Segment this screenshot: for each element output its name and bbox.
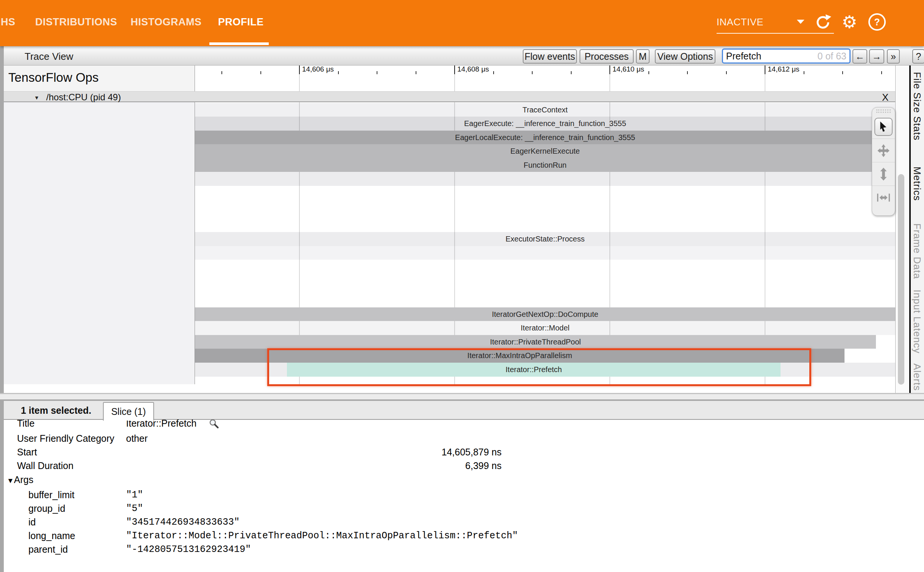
major-tick: 14,610 μs bbox=[609, 65, 610, 74]
arg-value: "1" bbox=[126, 489, 143, 500]
help-glyph: ? bbox=[874, 17, 880, 28]
scrollbar-thumb[interactable] bbox=[898, 174, 904, 385]
minor-tick bbox=[532, 71, 533, 74]
process-header-row[interactable]: ▼ /host:CPU (pid 49) X bbox=[4, 91, 895, 102]
span-eager-kernel-execute[interactable]: EagerKernelExecute bbox=[195, 144, 895, 158]
more-button[interactable]: » bbox=[887, 49, 900, 64]
span-iterator-get-next[interactable]: IteratorGetNextOp::DoCompute bbox=[195, 307, 895, 321]
sidebar-divider bbox=[909, 59, 911, 394]
field-label: Title bbox=[17, 418, 34, 429]
major-tick: 14,608 μs bbox=[454, 65, 455, 74]
trace-view-title: Trace View bbox=[25, 48, 73, 65]
flow-events-button[interactable]: Flow events bbox=[523, 49, 577, 64]
collapse-caret-icon: ▼ bbox=[7, 477, 14, 485]
help-icon[interactable]: ? bbox=[868, 13, 886, 31]
collapse-caret-icon[interactable]: ▼ bbox=[34, 95, 39, 101]
field-label: User Friendly Category bbox=[17, 433, 114, 444]
arg-key: long_name bbox=[28, 530, 75, 541]
m-button[interactable]: M bbox=[636, 49, 650, 64]
minor-tick bbox=[338, 71, 339, 74]
field-value: 14,605,879 ns bbox=[126, 447, 502, 458]
magnifier-icon[interactable] bbox=[209, 419, 219, 430]
tab-distributions[interactable]: DISTRIBUTIONS bbox=[35, 14, 117, 30]
vertical-arrow-icon bbox=[879, 168, 888, 181]
selection-highlight-box bbox=[267, 348, 811, 386]
active-tab-underline bbox=[209, 42, 269, 45]
arg-key: parent_id bbox=[28, 544, 68, 555]
minor-tick bbox=[416, 71, 416, 74]
tab-histograms[interactable]: HISTOGRAMS bbox=[131, 14, 202, 30]
span-function-run[interactable]: FunctionRun bbox=[195, 158, 895, 172]
sidebar-tab-input-latency[interactable]: Input Latency bbox=[911, 290, 923, 354]
sidebar-tab-file-size-stats[interactable]: File Size Stats bbox=[911, 72, 923, 140]
minor-tick bbox=[648, 71, 649, 74]
app-header: HS DISTRIBUTIONS HISTOGRAMS PROFILE INAC… bbox=[0, 0, 924, 46]
tool-palette bbox=[872, 107, 895, 216]
major-tick: 14,612 μs bbox=[765, 65, 765, 74]
palette-grip[interactable] bbox=[876, 109, 891, 111]
arg-value: "Iterator::Model::PrivateThreadPool::Max… bbox=[126, 530, 518, 541]
process-label: /host:CPU (pid 49) bbox=[46, 92, 121, 103]
pan-tool-button[interactable] bbox=[872, 139, 895, 162]
major-tick: 14,606 μs bbox=[299, 65, 300, 74]
span-executor-state[interactable]: ExecutorState::Process bbox=[195, 232, 895, 246]
search-result-count: 0 of 63 bbox=[818, 51, 846, 62]
tab-graphs-partial[interactable]: HS bbox=[1, 14, 16, 30]
sidebar-tab-alerts[interactable]: Alerts bbox=[911, 363, 923, 391]
refresh-icon[interactable] bbox=[814, 13, 832, 31]
minor-tick bbox=[687, 71, 688, 74]
span-trace-context[interactable]: TraceContext bbox=[195, 103, 895, 117]
tick-label: 14,608 μs bbox=[457, 65, 489, 73]
processes-button[interactable]: Processes bbox=[580, 49, 634, 64]
tick-label: 14,606 μs bbox=[302, 65, 334, 73]
field-label: Wall Duration bbox=[17, 460, 73, 471]
span-eager-local-execute[interactable]: EagerLocalExecute: __inference_train_fun… bbox=[195, 131, 895, 144]
vertical-scrollbar[interactable] bbox=[895, 65, 910, 394]
arg-key: id bbox=[28, 517, 36, 528]
arg-value: "345174426934833633" bbox=[126, 517, 240, 528]
args-section-header[interactable]: ▼Args bbox=[7, 474, 33, 485]
gear-icon[interactable]: ⚙ bbox=[840, 13, 859, 31]
tick-label: 14,612 μs bbox=[768, 65, 799, 73]
search-input[interactable]: Prefetch 0 of 63 bbox=[722, 48, 851, 64]
span-eager-execute[interactable]: EagerExecute: __inference_train_function… bbox=[195, 117, 895, 131]
span-iterator-private-thread-pool[interactable]: Iterator::PrivateThreadPool bbox=[195, 335, 876, 349]
prev-match-button[interactable]: ← bbox=[852, 49, 867, 64]
horizontal-span-icon bbox=[876, 193, 891, 202]
minor-tick bbox=[842, 71, 843, 74]
close-process-button[interactable]: X bbox=[882, 92, 888, 103]
view-options-button[interactable]: View Options bbox=[655, 49, 715, 64]
span-empty-row bbox=[195, 246, 895, 260]
trace-toolbar: Trace View Flow events Processes M View … bbox=[4, 48, 924, 65]
tick-label: 14,610 μs bbox=[612, 65, 644, 73]
timing-tool-button[interactable] bbox=[872, 185, 895, 209]
details-panel: 1 item selected. Slice (1) Title Iterato… bbox=[4, 401, 924, 572]
sidebar-tab-frame-data[interactable]: Frame Data bbox=[911, 223, 923, 279]
span-empty-row bbox=[195, 172, 895, 186]
slice-tab[interactable]: Slice (1) bbox=[103, 402, 154, 421]
palette-grip[interactable] bbox=[876, 112, 891, 113]
span-iterator-model[interactable]: Iterator::Model bbox=[195, 321, 895, 335]
field-label: Start bbox=[17, 447, 37, 458]
zoom-tool-button[interactable] bbox=[872, 162, 895, 185]
minor-tick bbox=[804, 71, 804, 74]
minor-tick bbox=[571, 71, 572, 74]
ops-panel-header: TensorFlow Ops bbox=[4, 65, 195, 91]
tab-profile[interactable]: PROFILE bbox=[218, 14, 264, 30]
minor-tick bbox=[260, 71, 261, 74]
select-tool-button[interactable] bbox=[872, 115, 895, 139]
sidebar-tab-metrics[interactable]: Metrics bbox=[911, 167, 923, 201]
args-label: Args bbox=[14, 474, 33, 485]
field-value: other bbox=[126, 433, 148, 444]
timeline-ruler[interactable]: 14,606 μs 14,608 μs 14,610 μs 14,612 μs bbox=[195, 65, 895, 74]
dropdown-caret-icon bbox=[797, 20, 804, 24]
panel-splitter[interactable] bbox=[0, 393, 924, 401]
cursor-arrow-icon bbox=[879, 121, 888, 132]
tensorflow-ops-title: TensorFlow Ops bbox=[8, 70, 98, 85]
next-match-button[interactable]: → bbox=[869, 49, 884, 64]
arg-key: buffer_limit bbox=[28, 489, 75, 500]
run-selector-underline bbox=[717, 33, 834, 34]
minor-tick bbox=[377, 71, 377, 74]
minor-tick bbox=[221, 71, 222, 74]
trace-help-button[interactable]: ? bbox=[912, 49, 924, 64]
